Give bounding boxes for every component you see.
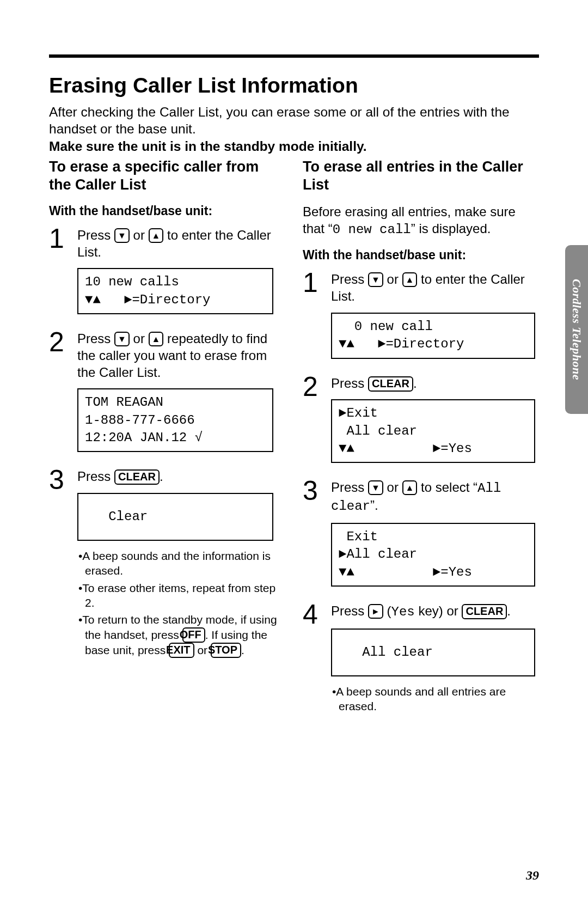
left-heading: To erase a specific caller from the Call…	[49, 158, 283, 194]
mono-text: Yes	[391, 605, 415, 619]
lcd-display: 0 new call ▼▲ ►=Directory	[331, 313, 535, 359]
left-unit-label: With the handset/base unit:	[49, 204, 283, 218]
lcd-line: 0 new call	[339, 319, 433, 334]
step-number: 2	[49, 328, 77, 356]
text: Press	[77, 331, 114, 346]
step-body: Press CLEAR. Clear •A beep sounds and th…	[77, 465, 283, 660]
text: Press	[77, 228, 114, 242]
right-key-icon: ►	[368, 604, 383, 619]
down-key-icon: ▼	[368, 480, 383, 495]
text: .	[507, 603, 511, 618]
step-body: Press ▼ or ▲ to enter the Caller List. 1…	[77, 224, 283, 322]
text: Press	[331, 603, 368, 618]
text: .	[413, 376, 417, 391]
lcd-line: 1-888-777-6666	[85, 413, 195, 428]
exit-key-icon: EXIT	[169, 643, 194, 658]
down-key-icon: ▼	[114, 228, 130, 243]
intro-bold: Make sure the unit is in the standby mod…	[49, 139, 367, 154]
right-heading: To erase all entries in the Caller List	[303, 158, 539, 194]
step-body: Press CLEAR. ►Exit All clear ▼▲ ►=Yes	[331, 372, 539, 471]
step-number: 1	[303, 269, 331, 296]
text: or	[130, 228, 149, 242]
left-step-2: 2 Press ▼ or ▲ repeatedly to find the ca…	[49, 327, 283, 460]
right-step-3: 3 Press ▼ or ▲ to select “All clear”. Ex…	[303, 476, 539, 594]
text: or	[130, 331, 149, 346]
lcd-display: ►Exit All clear ▼▲ ►=Yes	[331, 399, 535, 463]
lcd-display: All clear	[331, 629, 535, 676]
text: key) or	[415, 603, 462, 618]
left-step-3: 3 Press CLEAR. Clear •A beep sounds and …	[49, 465, 283, 660]
left-column: To erase a specific caller from the Call…	[49, 158, 283, 666]
text: to select “	[417, 480, 477, 495]
bullet-item: •A beep sounds and all entries are erase…	[332, 684, 539, 714]
text: Press	[77, 469, 114, 484]
text: .	[160, 469, 163, 484]
mono-text: 0 new call	[333, 222, 411, 237]
horizontal-rule	[49, 54, 539, 58]
lcd-line: ►Exit	[339, 406, 378, 420]
lcd-line: ▼▲ ►=Directory	[339, 337, 464, 351]
lcd-line: ▼▲ ►=Yes	[339, 441, 472, 456]
down-key-icon: ▼	[114, 332, 130, 346]
lcd-line: Clear	[85, 508, 148, 526]
intro-text: After checking the Caller List, you can …	[49, 103, 539, 155]
lcd-line: ▼▲ ►=Directory	[85, 292, 210, 307]
page-title: Erasing Caller List Information	[49, 74, 358, 97]
text: Press	[331, 272, 368, 286]
right-step-1: 1 Press ▼ or ▲ to enter the Caller List.…	[303, 268, 539, 366]
bullet-item: •To erase other items, repeat from step …	[78, 581, 283, 611]
lcd-line: 12:20A JAN.12 √	[85, 430, 203, 445]
step-body: Press ▼ or ▲ repeatedly to find the call…	[77, 327, 283, 460]
lcd-line: TOM REAGAN	[85, 395, 163, 410]
right-column: To erase all entries in the Caller List …	[303, 158, 539, 721]
before-note: Before erasing all entries, make sure th…	[303, 204, 539, 238]
text: ”.	[370, 498, 378, 513]
bullet-item: •A beep sounds and the information is er…	[78, 548, 283, 578]
bullet-list: •A beep sounds and the information is er…	[77, 548, 283, 657]
stop-key-icon: STOP	[211, 643, 241, 658]
right-step-2: 2 Press CLEAR. ►Exit All clear ▼▲ ►=Yes	[303, 372, 539, 471]
left-step-1: 1 Press ▼ or ▲ to enter the Caller List.…	[49, 224, 283, 322]
up-key-icon: ▲	[149, 228, 164, 243]
step-body: Press ▼ or ▲ to select “All clear”. Exit…	[331, 476, 539, 594]
lcd-display: 10 new calls ▼▲ ►=Directory	[77, 268, 273, 314]
right-step-4: 4 Press ► (Yes key) or CLEAR. All clear …	[303, 600, 539, 716]
off-key-icon: OFF	[182, 627, 205, 643]
clear-key-icon: CLEAR	[462, 604, 507, 619]
step-number: 1	[49, 225, 77, 252]
text: ” is displayed.	[411, 221, 491, 236]
clear-key-icon: CLEAR	[368, 376, 413, 392]
text: or	[383, 480, 402, 495]
bullet-item: •To return to the standby mode, if using…	[78, 612, 283, 657]
step-number: 3	[303, 477, 331, 504]
bullet-list: •A beep sounds and all entries are erase…	[331, 684, 539, 714]
clear-key-icon: CLEAR	[114, 469, 160, 485]
lcd-line: Exit	[339, 529, 378, 544]
step-number: 4	[303, 601, 331, 628]
lcd-display: Exit ►All clear ▼▲ ►=Yes	[331, 523, 535, 587]
step-body: Press ► (Yes key) or CLEAR. All clear •A…	[331, 600, 539, 716]
lcd-line: All clear	[339, 424, 417, 438]
right-unit-label: With the handset/base unit:	[303, 248, 539, 263]
down-key-icon: ▼	[368, 272, 383, 287]
section-tab-label: Cordless Telephone	[569, 279, 584, 380]
lcd-display: Clear	[77, 493, 273, 541]
up-key-icon: ▲	[402, 480, 418, 495]
step-number: 2	[303, 373, 331, 400]
lcd-line: ►All clear	[339, 547, 417, 562]
lcd-line: ▼▲ ►=Yes	[339, 565, 472, 579]
section-tab: Cordless Telephone	[565, 245, 588, 414]
text: Press	[331, 376, 368, 391]
step-number: 3	[49, 466, 77, 493]
lcd-display: TOM REAGAN 1-888-777-6666 12:20A JAN.12 …	[77, 388, 273, 452]
up-key-icon: ▲	[149, 332, 164, 346]
text: or	[383, 272, 402, 286]
up-key-icon: ▲	[402, 272, 418, 287]
text: Press	[331, 480, 368, 495]
lcd-line: All clear	[339, 644, 433, 661]
page-number: 39	[526, 868, 539, 883]
step-body: Press ▼ or ▲ to enter the Caller List. 0…	[331, 268, 539, 366]
lcd-line: 10 new calls	[85, 274, 179, 289]
intro-line: After checking the Caller List, you can …	[49, 105, 510, 136]
text: (	[383, 603, 391, 618]
